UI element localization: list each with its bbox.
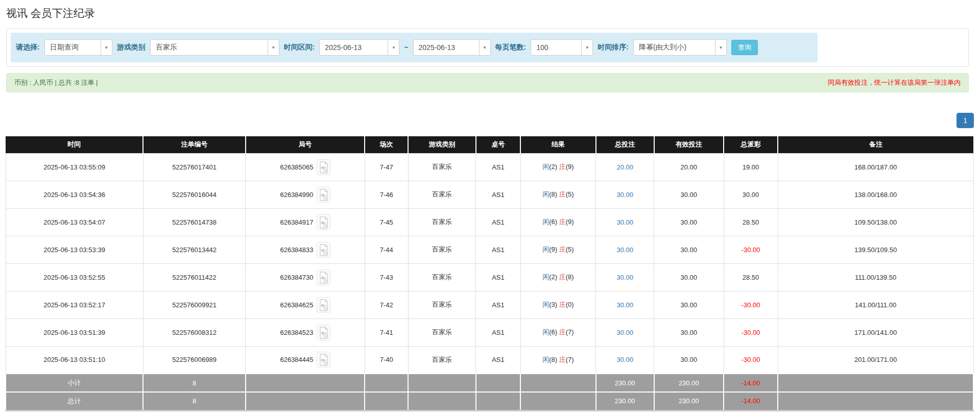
column-header-8: 有效投注 xyxy=(654,136,724,153)
subtotal-row: 小计8230.00230.00-14.00 xyxy=(6,374,973,392)
grand-total-row: 总计8230.00230.00-14.00 xyxy=(6,392,973,410)
time-cell: 2025-06-13 03:52:17 xyxy=(6,291,143,319)
payout-cell: 30.00 xyxy=(724,181,778,208)
total-bet-cell[interactable]: 30.00 xyxy=(596,291,654,319)
table-id-cell: AS1 xyxy=(476,346,520,374)
result-banker: 庄 xyxy=(559,356,566,363)
currency-total-text: 币别 : 人民币 | 总共 :8 注单 | xyxy=(14,78,98,87)
page-size-value: 100 xyxy=(531,40,581,55)
game-type-select[interactable]: 百家乐 ▼ xyxy=(150,39,279,56)
total-bet-cell[interactable]: 30.00 xyxy=(596,319,654,346)
result-cell: 闲(8) 庄(7) xyxy=(520,346,596,374)
column-header-5: 桌号 xyxy=(476,136,520,153)
result-player-score: (2) xyxy=(549,163,557,170)
result-banker: 庄 xyxy=(559,163,566,170)
remark-cell: 171.00/141.00 xyxy=(778,319,973,346)
date-to-value: 2025-06-13 xyxy=(414,40,479,55)
chevron-down-icon[interactable]: ▼ xyxy=(268,40,279,55)
video-file-icon xyxy=(319,272,328,284)
table-row: 2025-06-13 03:51:39522576008312626384523… xyxy=(6,319,973,346)
total-bet-cell[interactable]: 30.00 xyxy=(596,208,654,236)
game-type-cell: 百家乐 xyxy=(408,319,476,346)
result-cell: 闲(9) 庄(5) xyxy=(520,236,596,263)
column-header-1: 注单编号 xyxy=(143,136,246,153)
total-bet-cell[interactable]: 20.00 xyxy=(596,153,654,181)
result-player-score: (8) xyxy=(549,356,557,363)
search-button[interactable]: 查询 xyxy=(731,40,758,55)
grand-total-row-total-bet: 230.00 xyxy=(596,392,654,410)
remark-cell: 109.50/138.00 xyxy=(778,208,973,236)
round-id: 626385065 xyxy=(280,163,313,171)
round-id: 626384625 xyxy=(280,301,313,309)
time-cell: 2025-06-13 03:55:09 xyxy=(6,153,143,181)
table-row: 2025-06-13 03:54:36522576016044626384990… xyxy=(6,181,973,208)
result-banker: 庄 xyxy=(559,273,566,281)
chevron-down-icon[interactable]: ▼ xyxy=(388,40,399,55)
video-replay-button[interactable] xyxy=(317,297,330,313)
time-sort-value: 降幂(由大到小) xyxy=(634,40,715,55)
result-cell: 闲(2) 庄(8) xyxy=(520,263,596,291)
video-replay-button[interactable] xyxy=(317,187,330,203)
total-bet-cell[interactable]: 30.00 xyxy=(596,181,654,208)
payout-cell: -30.00 xyxy=(724,236,778,263)
video-replay-button[interactable] xyxy=(317,214,330,230)
result-player: 闲 xyxy=(542,356,549,363)
column-header-10: 备注 xyxy=(778,136,973,153)
page-title: 视讯 会员下注纪录 xyxy=(6,6,980,20)
chevron-down-icon[interactable]: ▼ xyxy=(581,40,592,55)
round-id: 626384990 xyxy=(280,191,313,199)
result-player: 闲 xyxy=(542,218,549,226)
bet-id-cell: 522576008312 xyxy=(143,319,246,346)
payout-cell: -30.00 xyxy=(724,319,778,346)
total-bet-cell[interactable]: 30.00 xyxy=(596,236,654,263)
chevron-down-icon[interactable]: ▼ xyxy=(715,40,726,55)
session-cell: 7-43 xyxy=(365,263,408,291)
time-cell: 2025-06-13 03:52:55 xyxy=(6,263,143,291)
chevron-down-icon[interactable]: ▼ xyxy=(479,40,490,55)
table-id-cell: AS1 xyxy=(476,291,520,319)
video-replay-button[interactable] xyxy=(317,242,330,258)
video-file-icon xyxy=(319,189,328,201)
result-banker-score: (9) xyxy=(566,218,574,226)
total-bet-cell[interactable]: 30.00 xyxy=(596,346,654,374)
round-id-cell: 626384990 xyxy=(246,181,365,208)
valid-bet-cell: 30.00 xyxy=(654,346,724,374)
page-size-select[interactable]: 100 ▼ xyxy=(531,39,593,56)
video-replay-button[interactable] xyxy=(317,352,330,368)
table-id-cell: AS1 xyxy=(476,319,520,346)
video-replay-button[interactable] xyxy=(317,270,330,285)
video-file-icon xyxy=(319,244,328,256)
page-1-button[interactable]: 1 xyxy=(957,113,974,128)
video-file-icon xyxy=(319,161,328,174)
time-sort-select[interactable]: 降幂(由大到小) ▼ xyxy=(633,39,727,56)
remark-cell: 201.00/171.00 xyxy=(778,346,973,374)
chevron-down-icon[interactable]: ▼ xyxy=(101,40,112,55)
result-player: 闲 xyxy=(542,190,549,198)
session-cell: 7-47 xyxy=(365,153,408,181)
remark-cell: 168.00/187.00 xyxy=(778,153,973,181)
betting-records-table: 时间注单编号局号场次游戏类别桌号结果总投注有效投注总派彩备注 2025-06-1… xyxy=(5,136,974,411)
result-player-score: (8) xyxy=(549,190,557,198)
payout-cell: -30.00 xyxy=(724,291,778,319)
table-id-cell: AS1 xyxy=(476,236,520,263)
date-from-picker[interactable]: 2025-06-13 ▼ xyxy=(319,39,399,56)
round-id: 626384833 xyxy=(280,246,313,254)
time-cell: 2025-06-13 03:54:36 xyxy=(6,181,143,208)
subtotal-row-total-bet: 230.00 xyxy=(596,374,654,392)
result-cell: 闲(3) 庄(0) xyxy=(520,291,596,319)
column-header-2: 局号 xyxy=(246,136,365,153)
query-type-value: 日期查询 xyxy=(45,40,101,55)
round-id: 626384730 xyxy=(280,274,313,281)
query-type-select[interactable]: 日期查询 ▼ xyxy=(44,39,112,56)
result-banker-score: (7) xyxy=(566,356,574,363)
time-cell: 2025-06-13 03:53:39 xyxy=(6,236,143,263)
date-to-picker[interactable]: 2025-06-13 ▼ xyxy=(413,39,491,56)
video-replay-button[interactable] xyxy=(317,325,330,340)
valid-bet-cell: 30.00 xyxy=(654,291,724,319)
result-banker-score: (5) xyxy=(566,246,574,253)
total-bet-cell[interactable]: 30.00 xyxy=(596,263,654,291)
round-id-cell: 626384625 xyxy=(246,291,365,319)
table-header-row: 时间注单编号局号场次游戏类别桌号结果总投注有效投注总派彩备注 xyxy=(6,136,973,153)
video-replay-button[interactable] xyxy=(317,159,330,175)
result-banker-score: (7) xyxy=(566,328,574,336)
